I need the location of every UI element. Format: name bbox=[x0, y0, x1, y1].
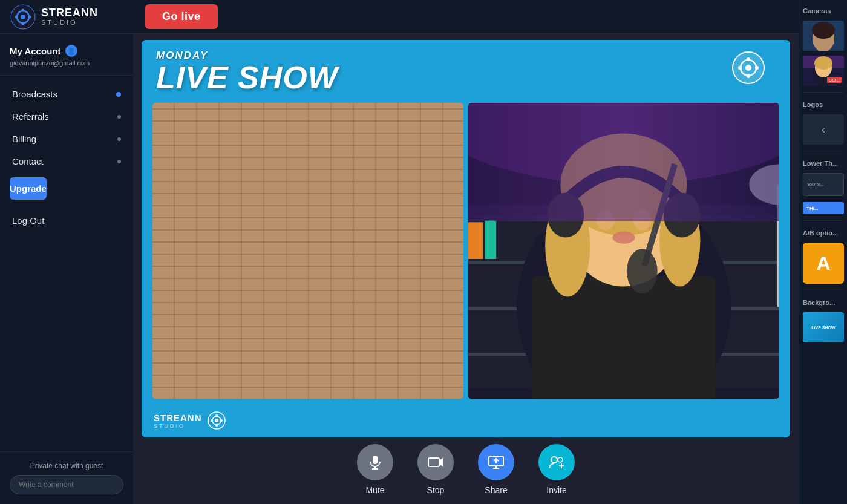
svg-point-5 bbox=[22, 22, 25, 25]
stage-title-block: MONDAY LIVE SHOW bbox=[156, 50, 338, 93]
sidebar-item-contact[interactable]: Contact bbox=[0, 150, 133, 172]
video-stage: MONDAY LIVE SHOW bbox=[142, 40, 790, 437]
svg-rect-14 bbox=[152, 103, 463, 399]
nav-menu: Broadcasts Referrals Billing Contact Upg… bbox=[0, 76, 133, 451]
share-button[interactable]: Share bbox=[478, 444, 514, 495]
comment-input[interactable] bbox=[10, 475, 123, 494]
svg-point-20 bbox=[196, 154, 420, 399]
private-chat-label: Private chat with guest bbox=[10, 462, 123, 470]
svg-point-51 bbox=[548, 192, 584, 237]
sidebar-billing-label: Billing bbox=[12, 134, 36, 144]
stage-footer: STREANN STUDIO bbox=[142, 404, 790, 437]
svg-point-31 bbox=[468, 103, 779, 185]
svg-point-24 bbox=[333, 189, 384, 301]
share-label: Share bbox=[485, 485, 507, 495]
streann-logo-icon bbox=[10, 4, 36, 30]
svg-point-22 bbox=[241, 123, 374, 235]
svg-rect-65 bbox=[373, 456, 378, 464]
logout-button[interactable]: Log Out bbox=[0, 209, 133, 232]
account-email: giovannipunzo@gmail.com bbox=[10, 59, 123, 67]
mute-button[interactable]: Mute bbox=[357, 444, 393, 495]
right-logo-thumb[interactable]: ‹ bbox=[803, 114, 844, 145]
svg-point-3 bbox=[22, 8, 25, 11]
controls-bar: Mute Stop Share bbox=[133, 437, 799, 504]
account-label: My Account bbox=[10, 46, 60, 56]
invite-icon-circle bbox=[538, 444, 575, 480]
svg-rect-43 bbox=[777, 185, 779, 307]
contact-dot bbox=[117, 160, 121, 163]
svg-rect-28 bbox=[287, 317, 295, 388]
svg-point-49 bbox=[545, 195, 590, 297]
lower-thirds-bg-thumb[interactable]: Your te... bbox=[803, 173, 844, 196]
svg-point-63 bbox=[215, 424, 218, 427]
svg-point-11 bbox=[755, 66, 759, 70]
chevron-left-icon: ‹ bbox=[822, 123, 825, 136]
main-content: Go live MONDAY LIVE SHOW bbox=[133, 0, 799, 504]
mute-icon-circle bbox=[357, 444, 393, 480]
stage-header: MONDAY LIVE SHOW bbox=[142, 40, 790, 98]
stop-button[interactable]: Stop bbox=[417, 444, 454, 495]
svg-point-4 bbox=[28, 15, 31, 18]
cam-live-badge: SO... bbox=[827, 77, 842, 83]
svg-point-29 bbox=[273, 292, 310, 342]
svg-point-74 bbox=[558, 457, 563, 462]
share-screen-icon bbox=[488, 454, 505, 471]
sidebar-item-referrals[interactable]: Referrals bbox=[0, 105, 133, 128]
svg-rect-19 bbox=[430, 123, 463, 185]
sidebar-item-billing[interactable]: Billing bbox=[0, 128, 133, 150]
right-camera-thumb-2[interactable]: SO... bbox=[803, 56, 844, 86]
svg-point-44 bbox=[749, 164, 779, 205]
stage-show-title: LIVE SHOW bbox=[156, 62, 338, 93]
svg-point-55 bbox=[612, 231, 635, 243]
svg-point-60 bbox=[215, 419, 218, 422]
divider-2 bbox=[803, 151, 843, 151]
cameras-row bbox=[142, 98, 790, 404]
upgrade-button[interactable]: Upgrade bbox=[10, 177, 47, 200]
top-bar: Go live bbox=[133, 0, 799, 34]
sidebar-referrals-label: Referrals bbox=[12, 111, 49, 122]
bg-live-label: LIVE SHOW bbox=[811, 326, 835, 330]
camera-feed-1 bbox=[152, 103, 463, 399]
ab-options-button[interactable]: A bbox=[803, 243, 844, 284]
cam-thumb-1-preview bbox=[803, 21, 844, 51]
sidebar-broadcasts-label: Broadcasts bbox=[12, 89, 57, 99]
ab-letter: A bbox=[816, 252, 830, 275]
svg-point-23 bbox=[226, 185, 287, 307]
svg-point-10 bbox=[747, 57, 750, 61]
svg-point-82 bbox=[814, 56, 832, 70]
backgrounds-thumb[interactable]: LIVE SHOW bbox=[803, 312, 844, 342]
svg-rect-68 bbox=[428, 458, 439, 466]
svg-point-9 bbox=[745, 65, 751, 71]
lower-thirds-section-label: Lower Th... bbox=[803, 157, 843, 168]
camera-icon bbox=[427, 454, 444, 471]
svg-point-52 bbox=[664, 192, 701, 237]
footer-logo: STREANN STUDIO bbox=[154, 413, 202, 429]
svg-point-26 bbox=[317, 200, 335, 220]
cameras-section-label: Cameras bbox=[803, 5, 843, 16]
svg-rect-46 bbox=[532, 277, 716, 399]
svg-point-57 bbox=[627, 249, 658, 293]
svg-point-25 bbox=[280, 200, 298, 220]
svg-point-61 bbox=[215, 414, 218, 417]
invite-button[interactable]: Invite bbox=[538, 444, 575, 495]
my-account-row[interactable]: My Account 👤 bbox=[10, 45, 123, 57]
svg-rect-15 bbox=[152, 103, 463, 399]
sidebar: STREANN STUDIO My Account 👤 giovannipunz… bbox=[0, 0, 133, 504]
broadcasts-dot bbox=[116, 92, 121, 97]
svg-point-6 bbox=[15, 15, 18, 18]
cam1-visual bbox=[152, 103, 463, 399]
sidebar-item-broadcasts[interactable]: Broadcasts bbox=[0, 83, 133, 105]
logo-area: STREANN STUDIO bbox=[0, 0, 133, 34]
svg-point-13 bbox=[738, 66, 742, 70]
svg-point-27 bbox=[296, 223, 320, 238]
divider-4 bbox=[803, 290, 843, 290]
logos-section-label: Logos bbox=[803, 99, 843, 110]
lower-thirds-active-thumb[interactable]: THI... bbox=[803, 202, 844, 214]
svg-point-77 bbox=[812, 22, 835, 39]
invite-icon bbox=[548, 454, 565, 471]
go-live-button[interactable]: Go live bbox=[145, 4, 218, 29]
sidebar-contact-label: Contact bbox=[12, 156, 44, 166]
svg-rect-42 bbox=[485, 220, 497, 259]
right-camera-thumb-1[interactable] bbox=[803, 21, 844, 51]
share-icon-circle bbox=[478, 444, 514, 480]
